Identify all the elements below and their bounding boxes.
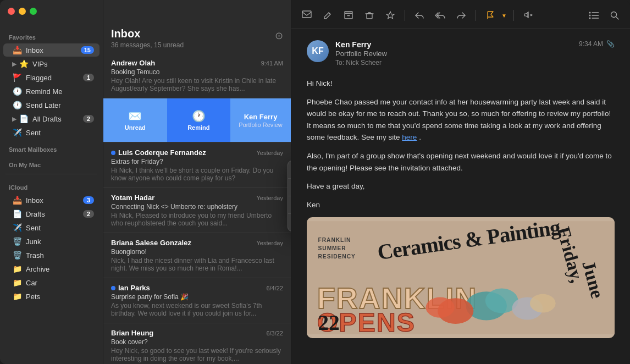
icloud-trash-icon: 🗑️ xyxy=(12,250,22,260)
ken-ferry-swipe-name: Ken Ferry xyxy=(244,113,278,121)
reply-all-button[interactable] xyxy=(433,8,448,23)
reply-button[interactable] xyxy=(412,8,427,23)
mail-preview-3: Hi Nick, I think we'll be short a couple… xyxy=(111,167,283,182)
forward-button[interactable] xyxy=(454,8,469,23)
unread-dot-3 xyxy=(111,151,115,155)
email-to-name: Nick Scheer xyxy=(346,59,382,67)
mail-item-4[interactable]: Yotam Hadar Yesterday Connecting Nick <>… xyxy=(103,188,291,233)
sidebar-sent-label: Sent xyxy=(26,129,94,137)
attachment-icon: 📎 xyxy=(606,40,615,48)
sidebar-item-icloud-pets[interactable]: 📁 Pets xyxy=(3,290,100,303)
reading-pane: ▼ KF Ken Ferry Portfolio Review To: Nick… xyxy=(291,0,630,364)
sidebar-item-inbox[interactable]: 📥 Inbox 15 xyxy=(3,43,100,57)
email-link[interactable]: here xyxy=(402,133,417,141)
mail-item-3[interactable]: Luis Coderque Fernandez Yesterday Extras… xyxy=(103,143,291,188)
mail-item-5[interactable]: Briana Salese Gonzalez Yesterday Buongio… xyxy=(103,233,291,278)
sidebar-send-later-label: Send Later xyxy=(26,101,94,109)
mail-preview-7: Hey Nick, so good to see you last week! … xyxy=(111,347,283,362)
remind-1-hour[interactable]: Remind me in 1 hour xyxy=(288,161,291,178)
mail-list-title: Inbox xyxy=(111,27,184,40)
svg-text:RESIDENCY: RESIDENCY xyxy=(318,253,356,260)
sidebar-item-icloud-drafts[interactable]: 📄 Drafts 2 xyxy=(3,207,100,220)
sidebar-icloud-pets-label: Pets xyxy=(26,293,94,301)
search-button[interactable] xyxy=(607,8,622,23)
sidebar-item-icloud-trash[interactable]: 🗑️ Trash xyxy=(3,249,100,262)
sidebar-item-icloud-inbox[interactable]: 📥 Inbox 3 xyxy=(3,194,100,207)
mail-list-subtitle: 36 messages, 15 unread xyxy=(111,41,184,49)
email-from: Ken Ferry xyxy=(335,40,579,49)
mail-time-1: 9:41 AM xyxy=(261,60,283,67)
filter-button[interactable]: ⊙ xyxy=(275,30,283,42)
email-meta: Ken Ferry Portfolio Review To: Nick Sche… xyxy=(335,40,579,67)
ken-ferry-swipe-button[interactable]: Ken Ferry Portfolio Review xyxy=(230,98,291,142)
delete-button[interactable] xyxy=(362,8,377,23)
ken-ferry-swipe-subject: Portfolio Review xyxy=(239,122,282,128)
svg-text:SUMMER: SUMMER xyxy=(318,245,346,251)
flag-button[interactable] xyxy=(483,8,498,23)
remind-tonight[interactable]: Remind me Tonight xyxy=(288,178,291,196)
mute-button[interactable] xyxy=(521,8,536,23)
smart-mailboxes-label: Smart Mailboxes xyxy=(0,140,103,155)
archive-button[interactable] xyxy=(341,8,356,23)
svg-point-9 xyxy=(611,12,617,18)
sidebar-remind-label: Remind Me xyxy=(26,87,94,96)
sidebar-item-vips[interactable]: ▶ ⭐ VIPs xyxy=(3,57,100,70)
sidebar-item-icloud-car[interactable]: 📁 Car xyxy=(3,276,100,289)
sidebar-item-sent[interactable]: ✈️ Sent xyxy=(3,126,100,139)
mail-item-swiped: Phoebe Chao Student mentorship Hey Nick,… xyxy=(103,98,291,142)
unread-swipe-label: Unread xyxy=(125,124,146,131)
sidebar-item-icloud-sent[interactable]: ✈️ Sent xyxy=(3,221,100,234)
junk-button[interactable] xyxy=(383,8,398,23)
mail-preview-4: Hi Nick, Pleased to introduce you to my … xyxy=(111,212,283,227)
email-signature: Ken xyxy=(307,199,615,211)
icloud-sent-icon: ✈️ xyxy=(12,223,22,233)
star-icon: ⭐ xyxy=(19,59,29,69)
more-actions-button[interactable] xyxy=(586,8,601,23)
mail-item-1[interactable]: Andrew Olah 9:41 AM Booking Temuco Hey O… xyxy=(103,53,291,98)
sidebar-icloud-car-label: Car xyxy=(26,279,94,287)
inbox-icon: 📥 xyxy=(12,45,22,55)
mail-sender-4: Yotam Hadar xyxy=(111,194,154,202)
mail-subject-3: Extras for Friday? xyxy=(111,158,283,166)
unread-swipe-button[interactable]: ✉️ Unread xyxy=(103,98,167,142)
email-to: To: Nick Scheer xyxy=(335,59,579,67)
compose-button[interactable] xyxy=(320,8,335,23)
remind-swipe-label: Remind xyxy=(187,124,209,131)
close-button[interactable] xyxy=(8,8,15,15)
mail-item-7[interactable]: Brian Heung 6/3/22 Book cover? Hey Nick,… xyxy=(103,323,291,364)
mail-item-4-header: Yotam Hadar Yesterday xyxy=(111,194,283,202)
sidebar-item-flagged[interactable]: 🚩 Flagged 1 xyxy=(3,71,100,84)
sidebar-item-remind-me[interactable]: 🕐 Remind Me xyxy=(3,85,100,98)
art-invitation: FRANKLIN SUMMER RESIDENCY Ceramics & Pai… xyxy=(307,217,615,338)
clock-icon: 🕐 xyxy=(12,86,22,96)
send-later-icon: 🕐 xyxy=(12,100,22,110)
remind-tomorrow[interactable]: Remind me Tomorrow xyxy=(288,196,291,213)
mail-sender-6: Ian Parks xyxy=(111,284,150,292)
fullscreen-button[interactable] xyxy=(30,8,37,15)
mail-sender-7: Brian Heung xyxy=(111,329,153,337)
flag-chevron[interactable]: ▼ xyxy=(501,13,507,19)
mail-item-6[interactable]: Ian Parks 6/4/22 Surprise party for Sofi… xyxy=(103,278,291,323)
new-message-button[interactable] xyxy=(299,8,314,23)
toolbar-separator-2 xyxy=(476,10,476,21)
email-subject: Portfolio Review xyxy=(335,49,579,58)
mail-item-6-header: Ian Parks 6/4/22 xyxy=(111,284,283,292)
sidebar-item-all-drafts[interactable]: ▶ 📄 All Drafts 2 xyxy=(3,112,100,125)
reading-toolbar: ▼ xyxy=(291,0,630,29)
sidebar-item-send-later[interactable]: 🕐 Send Later xyxy=(3,98,100,112)
mail-time-6: 6/4/22 xyxy=(266,285,283,291)
sidebar-item-icloud-archive[interactable]: 📁 Archive xyxy=(3,262,100,275)
sidebar-item-icloud-junk[interactable]: 🗑️ Junk xyxy=(3,235,100,248)
flag-icon: 🚩 xyxy=(12,73,22,82)
remind-swipe-button[interactable]: 🕐 Remind xyxy=(167,98,231,142)
mail-sender-3: Luis Coderque Fernandez xyxy=(111,148,206,157)
mail-list: Inbox 36 messages, 15 unread ⊙ Andrew Ol… xyxy=(103,0,291,364)
svg-text:22: 22 xyxy=(318,311,340,335)
mail-items-list: Andrew Olah 9:41 AM Booking Temuco Hey O… xyxy=(103,53,291,364)
icloud-pets-icon: 📁 xyxy=(12,291,22,301)
remind-later[interactable]: Remind me Later... xyxy=(288,213,291,231)
email-header: KF Ken Ferry Portfolio Review To: Nick S… xyxy=(307,40,615,67)
sidebar-inbox-label: Inbox xyxy=(26,46,81,54)
icloud-drafts-icon: 📄 xyxy=(12,209,22,219)
minimize-button[interactable] xyxy=(19,8,26,15)
